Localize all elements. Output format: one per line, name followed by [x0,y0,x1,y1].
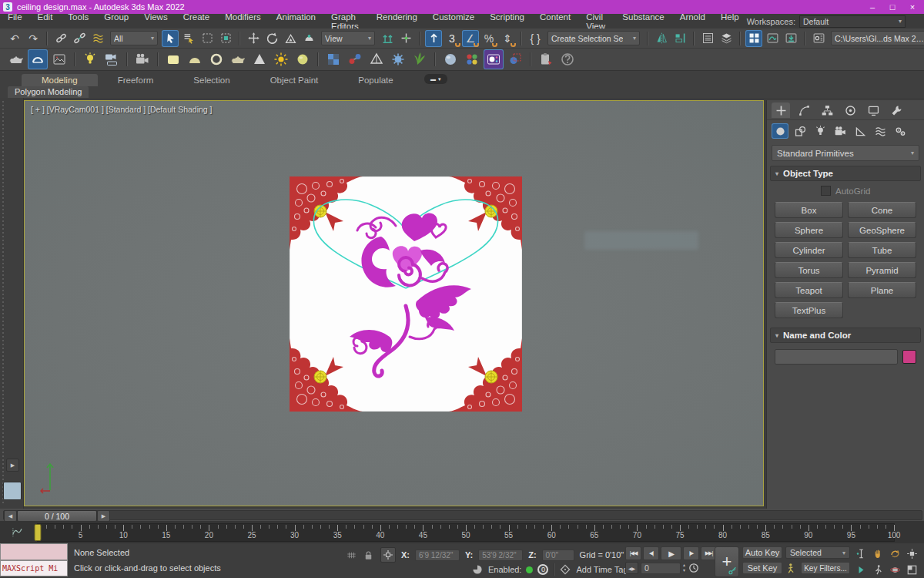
checker-map-icon[interactable] [323,49,343,69]
camera-lister-icon[interactable] [102,49,122,69]
previous-frame-button[interactable]: ◀| [643,546,659,560]
mirror-icon[interactable] [653,30,670,47]
zoom-extents-icon[interactable] [887,546,902,560]
toggle-scene-explorer-icon[interactable] [699,30,716,47]
teapot-primitive-icon[interactable] [228,49,248,69]
light-lister-icon[interactable] [80,49,100,69]
angle-snap-icon[interactable]: ∠ [462,30,479,47]
ribbon-tab-freeform[interactable]: Freeform [98,74,174,86]
material-sample-icon[interactable] [440,49,460,69]
noise-sphere-icon[interactable] [388,49,408,69]
time-configuration-icon[interactable] [688,562,700,574]
unlink-selection-icon[interactable] [71,30,88,47]
shapes-icon[interactable] [792,123,808,139]
mute-toggle-button[interactable]: 0 [537,564,548,575]
display-tab[interactable] [864,102,882,118]
curve-editor-icon[interactable] [764,30,781,47]
animation-toggle-icon[interactable] [471,563,484,576]
menu-content[interactable]: Content [532,12,578,31]
spinner-down-icon[interactable]: ▾ [683,568,685,573]
align-icon[interactable] [671,30,688,47]
cone-primitive-icon[interactable] [249,49,270,69]
absolute-mode-typein-icon[interactable] [380,547,396,563]
render-setup-window-icon[interactable] [28,49,48,69]
workspace-dropdown[interactable]: Default ▾ [799,15,906,28]
menu-animation[interactable]: Animation [269,12,323,31]
ribbon-overflow-button[interactable]: ▬ ▾ [424,74,447,84]
select-and-move-icon[interactable] [245,30,262,47]
edit-named-selection-sets-icon[interactable]: { } [527,30,544,47]
reference-coordinate-dropdown[interactable]: View▾ [321,31,375,45]
next-frame-arrow[interactable]: ▶ [97,510,110,522]
dummy-helper-icon[interactable] [345,49,365,69]
bind-to-space-warp-icon[interactable] [89,30,106,47]
helpers-icon[interactable] [852,123,869,139]
autogrid-checkbox[interactable] [821,186,831,196]
minimize-button[interactable]: – [862,1,882,13]
create-tab[interactable] [772,102,790,118]
menu-modifiers[interactable]: Modifiers [217,12,269,31]
menu-rendering[interactable]: Rendering [369,12,425,31]
frame-spinner[interactable]: ▴ ▾ [683,563,685,573]
primitive-category-dropdown[interactable]: Standard Primitives ▾ [772,145,919,161]
help-icon[interactable] [557,49,578,69]
box-primitive-icon[interactable] [163,49,183,69]
sun-light-icon[interactable] [271,49,291,69]
rectangular-selection-region-icon[interactable] [199,30,216,47]
lock-selection-icon[interactable] [362,549,375,562]
snaps-toggle-3d-icon[interactable]: 3 [444,30,460,47]
viewport-layout-tabs-icon[interactable] [745,30,762,47]
button-box[interactable]: Box [775,202,843,218]
polygon-modeling-tab[interactable]: Polygon Modeling [8,86,89,98]
menu-substance[interactable]: Substance [614,12,671,31]
material-editor-icon[interactable] [484,49,504,69]
undo-icon[interactable]: ↶ [6,30,23,47]
time-slider-track[interactable] [3,510,922,520]
set-keys-button[interactable]: + [715,546,739,577]
x-coordinate-field[interactable]: 6'9 12/32" [415,549,460,561]
object-color-swatch[interactable] [902,350,916,364]
redo-icon[interactable]: ↷ [25,30,42,47]
use-pivot-point-center-icon[interactable] [379,30,396,47]
button-tube[interactable]: Tube [848,242,916,258]
previous-frame-arrow[interactable]: ◀ [4,510,17,522]
isolate-selection-icon[interactable] [345,549,358,562]
button-teapot[interactable]: Teapot [775,282,843,298]
zoom-all-icon[interactable] [870,546,886,560]
selection-filter-dropdown[interactable]: All▾ [110,31,158,45]
motion-tab[interactable] [841,102,859,118]
menu-group[interactable]: Group [96,12,136,31]
compound-object-icon[interactable] [505,49,525,69]
select-and-manipulate-icon[interactable] [397,30,414,47]
add-time-tag-button[interactable]: Add Time Tag [576,565,628,574]
foliage-icon[interactable] [410,49,430,69]
next-frame-button[interactable]: |▶ [683,546,699,560]
select-and-rotate-icon[interactable] [263,30,280,47]
ring-primitive-icon[interactable] [206,49,226,69]
menu-customize[interactable]: Customize [425,12,482,31]
window-crossing-toggle-icon[interactable] [217,30,234,47]
walk-through-icon[interactable] [870,563,886,576]
pyramid-helper-icon[interactable] [367,49,387,69]
ribbon-tab-selection[interactable]: Selection [173,74,249,86]
cameras-icon[interactable] [832,123,849,139]
systems-icon[interactable] [892,123,909,139]
viewport-label[interactable]: [ + ] [VRayCam001 ] [Standard ] [Default… [31,105,213,114]
material-swatches-icon[interactable] [462,49,482,69]
menu-arnold[interactable]: Arnold [672,12,713,31]
modify-tab[interactable] [795,102,813,118]
object-name-field[interactable] [775,349,898,365]
frame-ruler[interactable]: 0510152025303540455055606570758085909510… [37,523,895,542]
viewport-layout-tab-button[interactable] [3,482,22,500]
copy-to-clipboard-icon[interactable] [536,49,556,69]
menu-create[interactable]: Create [176,12,218,31]
button-cylinder[interactable]: Cylinder [775,242,843,258]
key-filters-button[interactable]: Key Filters... [801,562,850,574]
dome-primitive-icon[interactable] [185,49,205,69]
fov-icon[interactable] [853,563,869,576]
orbit-icon[interactable] [887,563,902,576]
select-by-name-icon[interactable] [180,30,197,47]
render-production-icon[interactable] [6,49,26,69]
create-camera-icon[interactable] [132,49,152,69]
hierarchy-tab[interactable] [818,102,836,118]
